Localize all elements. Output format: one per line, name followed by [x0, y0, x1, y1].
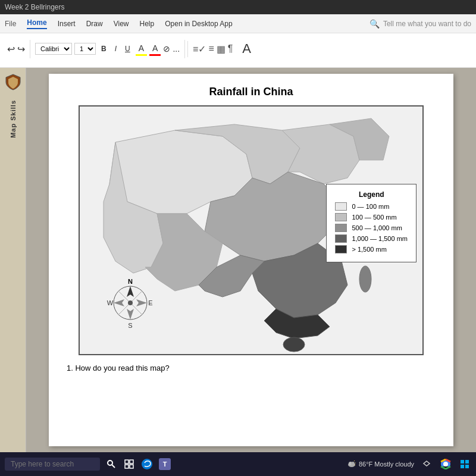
svg-rect-32 [461, 460, 464, 464]
app-body: Map Skills Rainfall in China [0, 68, 476, 452]
font-group: Calibri 11 B I U A A ⊘ ... [30, 40, 185, 58]
legend-label-1: 0 — 100 mm [352, 203, 389, 210]
paragraph-icon[interactable]: ¶ [228, 43, 233, 54]
svg-text:N: N [128, 278, 133, 285]
svg-rect-35 [465, 465, 469, 468]
font-color-button[interactable]: A [149, 42, 161, 56]
tray-windows-icon[interactable] [458, 458, 471, 471]
question-area: 1. How do you read this map? [67, 364, 436, 372]
tab-home[interactable]: Home [27, 18, 46, 29]
legend-item-5: > 1,500 mm [335, 245, 408, 253]
tray-network-icon[interactable] [420, 458, 433, 471]
svg-text:S: S [128, 322, 132, 329]
legend-item-1: 0 — 100 mm [335, 202, 408, 211]
paragraph-group: ≡✓ ≡ ▦ ¶ [187, 41, 237, 57]
document-page: Rainfall in China [49, 74, 453, 446]
legend-item-2: 100 — 500 mm [335, 213, 408, 221]
legend-item-3: 500 — 1,000 mm [335, 224, 408, 232]
ribbon-tools: ↩ ↪ Calibri 11 B I U A A ⊘ ... ≡✓ ≡ ▦ ¶ … [0, 33, 476, 64]
ribbon-search-area: 🔍 Tell me what you want to do [369, 19, 471, 29]
svg-point-15 [108, 461, 112, 465]
title-bar: Week 2 Bellringers [0, 0, 476, 14]
svg-text:W: W [107, 299, 114, 306]
legend-swatch-3 [335, 224, 347, 232]
svg-point-2 [359, 266, 371, 292]
svg-rect-18 [130, 460, 133, 464]
legend-title: Legend [335, 190, 408, 199]
undo-group: ↩ ↪ [5, 41, 27, 57]
taskbar-edge-icon[interactable] [140, 458, 154, 471]
document-area[interactable]: Rainfall in China [26, 68, 476, 452]
svg-rect-34 [461, 465, 464, 468]
legend-swatch-1 [335, 202, 347, 211]
svg-line-29 [355, 465, 355, 465]
weather-text: 86°F Mostly cloudy [359, 461, 414, 468]
weather-info: 86°F Mostly cloudy [347, 459, 414, 469]
indent-icon[interactable]: ≡ [208, 43, 214, 54]
sidebar-label: Map Skills [10, 100, 17, 138]
tray-chrome-icon[interactable] [439, 458, 452, 471]
sidebar: Map Skills [0, 68, 26, 452]
map-title: Rainfall in China [67, 86, 436, 98]
legend-label-4: 1,000 — 1,500 mm [352, 235, 408, 242]
svg-text:T: T [163, 461, 167, 468]
tab-file[interactable]: File [5, 20, 16, 28]
more-button[interactable]: ⊘ [163, 44, 170, 54]
legend-label-3: 500 — 1,000 mm [352, 224, 402, 231]
svg-point-26 [351, 462, 355, 465]
bold-button[interactable]: B [98, 43, 109, 54]
font-size-large: A [242, 41, 251, 57]
ribbon: File Home Insert Draw View Help Open in … [0, 14, 476, 68]
tab-open-desktop[interactable]: Open in Desktop App [165, 20, 232, 28]
svg-point-31 [443, 462, 448, 466]
search-label: Tell me what you want to do [383, 20, 471, 28]
italic-button[interactable]: I [112, 43, 120, 54]
title-bar-text: Week 2 Bellringers [5, 3, 65, 11]
svg-rect-20 [130, 465, 133, 468]
tab-insert[interactable]: Insert [58, 20, 76, 28]
svg-point-10 [128, 300, 133, 305]
svg-point-1 [283, 337, 305, 352]
svg-rect-33 [465, 460, 469, 464]
tab-help[interactable]: Help [140, 20, 155, 28]
legend-swatch-2 [335, 213, 347, 221]
sidebar-logo-icon [4, 73, 22, 90]
highlight-button[interactable]: A [136, 42, 147, 56]
undo-icon[interactable]: ↩ [7, 43, 15, 55]
taskbar-search-icon[interactable] [105, 458, 118, 471]
font-name-select[interactable]: Calibri [35, 43, 72, 55]
align-icon[interactable]: ▦ [217, 43, 226, 55]
redo-icon[interactable]: ↪ [17, 43, 25, 55]
svg-rect-17 [125, 460, 129, 464]
underline-button[interactable]: U [122, 43, 133, 54]
legend-item-4: 1,000 — 1,500 mm [335, 234, 408, 243]
ribbon-tabs: File Home Insert Draw View Help Open in … [0, 14, 476, 33]
taskbar: T 86°F Mostly cloudy [0, 452, 476, 476]
legend-label-2: 100 — 500 mm [352, 214, 396, 221]
font-extra[interactable]: ... [173, 44, 180, 54]
svg-line-16 [112, 465, 115, 468]
list-icon[interactable]: ≡✓ [193, 43, 206, 55]
legend-swatch-4 [335, 234, 347, 243]
taskbar-right: 86°F Mostly cloudy [347, 458, 471, 471]
legend-swatch-5 [335, 245, 347, 253]
weather-icon [347, 459, 356, 469]
question-text: 1. How do you read this map? [67, 364, 170, 372]
font-size-select[interactable]: 11 [74, 43, 96, 55]
tab-draw[interactable]: Draw [86, 20, 103, 28]
taskbar-task-view-icon[interactable] [123, 458, 136, 471]
taskbar-teams-icon[interactable]: T [158, 458, 171, 471]
legend-box: Legend 0 — 100 mm 100 — 500 mm 500 — 1,0… [326, 184, 416, 262]
svg-rect-19 [125, 465, 129, 468]
map-container: N S E W Legend 0 — 100 mm 100 — [79, 105, 424, 355]
taskbar-search-input[interactable] [5, 458, 100, 471]
tab-view[interactable]: View [114, 20, 129, 28]
search-icon: 🔍 [369, 19, 380, 29]
svg-line-27 [354, 461, 355, 461]
legend-label-5: > 1,500 mm [352, 246, 386, 253]
svg-text:E: E [148, 299, 152, 306]
